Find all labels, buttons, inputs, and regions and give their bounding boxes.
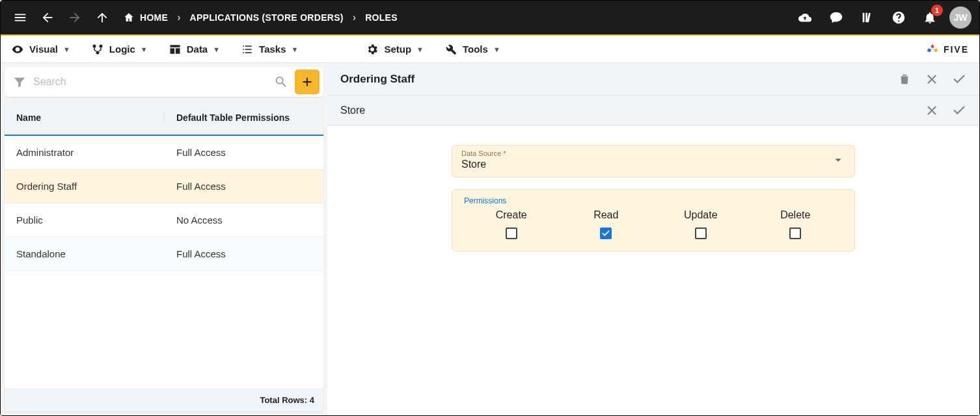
up-icon[interactable] <box>90 6 114 29</box>
search-card <box>5 67 323 97</box>
check-icon[interactable] <box>952 103 966 118</box>
permission-checkbox[interactable] <box>789 228 801 239</box>
menu-label: Logic <box>109 44 135 55</box>
menu-data[interactable]: Data ▼ <box>169 43 220 56</box>
logo-icon <box>925 42 940 57</box>
check-icon[interactable] <box>952 72 966 86</box>
row-count: Total Rows: 4 <box>260 395 314 405</box>
table-footer: Total Rows: 4 <box>5 388 323 411</box>
cell-name: Standalone <box>5 248 165 259</box>
menu-visual[interactable]: Visual ▼ <box>11 43 70 56</box>
menu-tools[interactable]: Tools ▼ <box>444 43 500 56</box>
permission-name: Create <box>464 209 559 221</box>
brand-text: FIVE <box>944 44 969 55</box>
left-pane: Name Default Table Permissions Administr… <box>1 63 327 415</box>
search-icon[interactable] <box>274 75 288 89</box>
cell-perm: Full Access <box>165 181 323 192</box>
branch-icon <box>91 43 104 56</box>
field-label: Data Source * <box>461 150 845 157</box>
brand-logo: FIVE <box>925 42 969 57</box>
form-area: Data Source * Store Permissions CreateRe… <box>327 125 979 415</box>
permissions-grid: CreateReadUpdateDelete <box>464 209 843 239</box>
chevron-right-icon: › <box>353 12 356 23</box>
help-icon[interactable] <box>887 6 910 29</box>
table-body: AdministratorFull AccessOrdering StaffFu… <box>5 136 323 271</box>
cell-name: Administrator <box>5 147 165 158</box>
breadcrumb-applications[interactable]: APPLICATIONS (STORE ORDERS) <box>190 12 344 23</box>
permissions-label: Permissions <box>464 196 843 205</box>
permission-item: Delete <box>748 209 843 239</box>
breadcrumb-roles[interactable]: ROLES <box>365 12 398 23</box>
detail-header: Ordering Staff <box>327 63 979 96</box>
caret-down-icon: ▼ <box>493 46 500 53</box>
menu-logic[interactable]: Logic ▼ <box>91 43 148 56</box>
permission-item: Create <box>464 209 559 239</box>
table-row[interactable]: PublicNo Access <box>5 203 323 237</box>
menu-tasks[interactable]: Tasks ▼ <box>241 43 298 56</box>
plus-icon <box>300 75 314 89</box>
table-icon <box>169 43 182 56</box>
gear-icon <box>366 43 379 56</box>
menu-label: Visual <box>29 44 58 55</box>
back-icon[interactable] <box>36 6 59 29</box>
table-row[interactable]: Ordering StaffFull Access <box>5 170 323 203</box>
forward-icon[interactable] <box>63 6 87 29</box>
permission-name: Update <box>653 209 748 221</box>
add-button[interactable] <box>295 70 320 94</box>
subsection-header: Store <box>327 96 979 125</box>
table-row[interactable]: AdministratorFull Access <box>5 136 323 170</box>
permission-item: Update <box>653 209 748 239</box>
detail-title: Ordering Staff <box>340 73 415 86</box>
library-icon[interactable] <box>856 6 879 29</box>
breadcrumb-label: APPLICATIONS (STORE ORDERS) <box>190 12 344 23</box>
menubar: Visual ▼ Logic ▼ Data ▼ Tasks ▼ Setup ▼ … <box>1 36 979 63</box>
table-row[interactable]: StandaloneFull Access <box>5 237 323 271</box>
caret-down-icon: ▼ <box>63 46 70 53</box>
permission-checkbox[interactable] <box>506 228 517 239</box>
main-area: Name Default Table Permissions Administr… <box>1 63 979 415</box>
menu-icon[interactable] <box>8 6 32 29</box>
svg-point-0 <box>92 44 96 47</box>
cell-perm: Full Access <box>165 248 323 259</box>
topbar-right: 1 JW <box>793 6 972 29</box>
breadcrumb-home[interactable]: HOME <box>123 12 168 23</box>
close-icon[interactable] <box>925 72 939 86</box>
permission-name: Delete <box>748 209 843 221</box>
notification-badge: 1 <box>931 5 943 16</box>
menu-label: Tasks <box>259 44 286 55</box>
eye-icon <box>11 43 24 56</box>
roles-table: Name Default Table Permissions Administr… <box>5 101 323 411</box>
caret-down-icon: ▼ <box>213 46 220 53</box>
permission-item: Read <box>559 209 654 239</box>
cell-name: Ordering Staff <box>5 181 165 192</box>
data-source-field[interactable]: Data Source * Store <box>452 145 855 177</box>
filter-icon[interactable] <box>12 75 27 89</box>
col-header-perm[interactable]: Default Table Permissions <box>165 112 323 123</box>
cell-name: Public <box>5 214 165 226</box>
notifications-icon[interactable]: 1 <box>918 6 942 29</box>
permission-name: Read <box>559 209 654 221</box>
avatar[interactable]: JW <box>949 6 972 29</box>
field-value: Store <box>461 159 845 170</box>
menu-setup[interactable]: Setup ▼ <box>366 43 424 56</box>
search-input[interactable] <box>33 76 267 88</box>
close-icon[interactable] <box>925 103 939 118</box>
topbar-left: HOME › APPLICATIONS (STORE ORDERS) › ROL… <box>8 6 398 29</box>
list-icon <box>241 43 254 56</box>
right-pane: Ordering Staff Store Data Source * Store <box>327 63 979 415</box>
breadcrumb-label: ROLES <box>365 12 398 23</box>
table-header: Name Default Table Permissions <box>5 101 323 136</box>
permission-checkbox[interactable] <box>600 228 612 239</box>
delete-icon[interactable] <box>897 72 912 86</box>
subsection-title: Store <box>340 105 365 116</box>
chat-icon[interactable] <box>824 6 848 29</box>
cloud-icon[interactable] <box>793 6 817 29</box>
svg-point-1 <box>99 44 102 47</box>
permission-checkbox[interactable] <box>695 228 707 239</box>
wrench-icon <box>444 43 457 56</box>
form-column: Data Source * Store Permissions CreateRe… <box>452 145 855 415</box>
col-header-name[interactable]: Name <box>5 112 165 123</box>
menu-label: Data <box>187 44 208 55</box>
caret-down-icon: ▼ <box>141 46 148 53</box>
chevron-right-icon: › <box>177 12 180 23</box>
